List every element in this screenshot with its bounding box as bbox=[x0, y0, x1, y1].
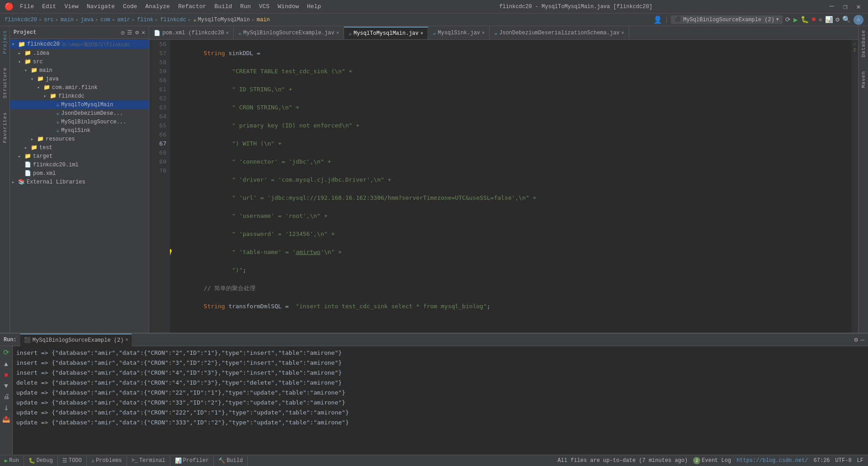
tree-item-com-amir-flink[interactable]: ▾ 📁 com.amir.flink bbox=[10, 83, 149, 92]
menu-build[interactable]: Build bbox=[211, 3, 236, 10]
editor-tabs: 📄 pom.xml (flinkcdc20 × ☕ MySqlBinlogSou… bbox=[149, 26, 858, 40]
menu-run[interactable]: Run bbox=[236, 3, 254, 10]
breadcrumb-project[interactable]: flinkcdc20 bbox=[5, 17, 37, 23]
footer-tab-run[interactable]: ▶ Run bbox=[0, 455, 24, 466]
menu-file[interactable]: File bbox=[16, 3, 38, 10]
tree-item-root[interactable]: ▾ 📁 flinkcdc20 D:\Amir项目练习\flinkcdc bbox=[10, 40, 149, 49]
breadcrumb-main[interactable]: main bbox=[61, 17, 74, 23]
bottom-minimize-icon[interactable]: — bbox=[861, 336, 864, 344]
settings-icon[interactable]: ⚙ bbox=[835, 15, 840, 24]
event-log-badge[interactable]: 2 Event Log bbox=[693, 457, 731, 464]
tab-mysql-sink[interactable]: ☕ MysqlSink.jav × bbox=[428, 27, 490, 39]
run-button[interactable]: ▶ bbox=[793, 15, 798, 24]
tree-item-flinkcdc[interactable]: ▾ 📁 flinkcdc bbox=[10, 92, 149, 100]
breadcrumb-src[interactable]: src bbox=[44, 17, 54, 23]
database-panel-icon[interactable]: Database bbox=[861, 30, 866, 57]
menu-window[interactable]: Window bbox=[274, 3, 302, 10]
menu-view[interactable]: View bbox=[61, 3, 82, 10]
sidebar-locate-icon[interactable]: ◎ bbox=[121, 29, 125, 36]
left-side-panel: Project Structure Favorites bbox=[0, 26, 10, 333]
run-config-dropdown[interactable]: ⬛ MySqlBinlogSourceExample (2) ▼ bbox=[671, 15, 783, 24]
tree-item-resources[interactable]: ▸ 📁 resources bbox=[10, 135, 149, 143]
rerun-button[interactable]: ⟳ bbox=[3, 348, 9, 357]
tree-item-mysql-sink[interactable]: ☕ MysqlSink bbox=[10, 126, 149, 135]
bulb-icon[interactable]: 💡 bbox=[170, 248, 173, 257]
structure-panel-icon[interactable]: Structure bbox=[2, 67, 8, 98]
refresh-icon[interactable]: ⟳ bbox=[785, 16, 791, 24]
gutter-check-count: 2 bbox=[851, 48, 858, 53]
maven-panel-icon[interactable]: Maven bbox=[861, 71, 866, 88]
tree-item-test[interactable]: ▸ 📁 test bbox=[10, 143, 149, 152]
run-tab-close[interactable]: × bbox=[125, 338, 128, 343]
title-bar-left: 🔴 File Edit View Navigate Code Analyze R… bbox=[5, 2, 325, 11]
console-line-8: update => {"database":"amir","data":{"CR… bbox=[16, 418, 864, 428]
profiler-button[interactable]: 📊 bbox=[825, 16, 833, 24]
menu-navigate[interactable]: Navigate bbox=[83, 3, 118, 10]
breadcrumb-method[interactable]: main bbox=[257, 17, 270, 23]
footer-tab-problems[interactable]: ⚠ Problems bbox=[87, 455, 127, 466]
footer-tab-build[interactable]: 🔨 Build bbox=[214, 455, 248, 466]
tree-item-main[interactable]: ▾ 📁 main bbox=[10, 66, 149, 75]
breadcrumb-amir[interactable]: amir bbox=[117, 17, 130, 23]
tree-item-mysql-binlog-source[interactable]: ☕ MySqlBinlogSource... bbox=[10, 118, 149, 126]
tab-mysql-binlog-source[interactable]: ☕ MySqlBinlogSourceExample.jav × bbox=[234, 27, 344, 39]
footer-tab-debug[interactable]: 🐛 Debug bbox=[24, 455, 58, 466]
project-panel-icon[interactable]: Project bbox=[2, 30, 8, 54]
project-sidebar: Project ◎ ☰ ⚙ ✕ ▾ 📁 flinkcdc20 D:\Amir项目… bbox=[10, 26, 149, 333]
tree-item-idea[interactable]: ▸ 📁 .idea bbox=[10, 49, 149, 57]
right-side-panel: Database Maven bbox=[858, 26, 868, 333]
breadcrumb-com[interactable]: com bbox=[100, 17, 110, 23]
tree-item-external-libraries[interactable]: ▸ 📚 External Libraries bbox=[10, 178, 149, 186]
breadcrumb-class[interactable]: ☕MysqlToMysqlMain bbox=[193, 16, 250, 23]
console-output[interactable]: insert => {"database":"amir","data":{"CR… bbox=[13, 346, 868, 455]
avatar-icon[interactable]: A bbox=[854, 15, 863, 25]
vcs-user-icon[interactable]: 👤 bbox=[653, 15, 662, 24]
menu-code[interactable]: Code bbox=[119, 3, 141, 10]
favorites-panel-icon[interactable]: Favorites bbox=[2, 112, 8, 143]
sidebar-gear-icon[interactable]: ⚙ bbox=[135, 29, 139, 36]
footer-tab-terminal[interactable]: >_ Terminal bbox=[127, 455, 170, 466]
code-content[interactable]: String sinkDDL = "CREATE TABLE test_cdc_… bbox=[170, 40, 851, 333]
sidebar-close-icon[interactable]: ✕ bbox=[142, 29, 145, 36]
title-bar: 🔴 File Edit View Navigate Code Analyze R… bbox=[0, 0, 868, 14]
tree-item-src[interactable]: ▾ 📁 src bbox=[10, 57, 149, 66]
close-button[interactable]: ✕ bbox=[854, 2, 863, 11]
footer: ▶ Run 🐛 Debug ☰ TODO ⚠ Problems >_ Termi… bbox=[0, 455, 868, 466]
footer-tab-profiler[interactable]: 📊 Profiler bbox=[170, 455, 214, 466]
stop-button[interactable]: ■ bbox=[812, 16, 816, 24]
breadcrumb-java[interactable]: java bbox=[80, 17, 94, 23]
breadcrumb-flinkcdc[interactable]: flinkcdc bbox=[160, 17, 186, 23]
tree-item-java[interactable]: ▾ 📁 java bbox=[10, 75, 149, 83]
menu-refactor[interactable]: Refactor bbox=[175, 3, 210, 10]
coverage-button[interactable]: ⚛ bbox=[819, 16, 822, 24]
bottom-settings-icon[interactable]: ⚙ bbox=[854, 336, 858, 344]
tree-item-target[interactable]: ▸ 📁 target bbox=[10, 152, 149, 160]
minimize-button[interactable]: — bbox=[827, 2, 837, 11]
export-button[interactable]: 📤 bbox=[2, 415, 10, 423]
tab-pom-xml[interactable]: 📄 pom.xml (flinkcdc20 × bbox=[149, 27, 234, 39]
run-tab-active[interactable]: ⬛ MySqlBinlogSourceExample (2) × bbox=[20, 334, 132, 346]
bottom-panel: Run: ⬛ MySqlBinlogSourceExample (2) × ⚙ … bbox=[0, 333, 868, 455]
menu-edit[interactable]: Edit bbox=[38, 3, 60, 10]
menu-help[interactable]: Help bbox=[303, 3, 325, 10]
print-button[interactable]: 🖨 bbox=[3, 393, 9, 400]
menu-vcs[interactable]: VCS bbox=[255, 3, 273, 10]
console-line-4: delete => {"database":"amir","data":{"CR… bbox=[16, 378, 864, 388]
maximize-button[interactable]: ❐ bbox=[840, 2, 850, 11]
tree-item-json-debezium[interactable]: ☕ JsonDebeziumDese... bbox=[10, 109, 149, 118]
breadcrumb-flink[interactable]: flink bbox=[137, 17, 153, 23]
search-icon[interactable]: 🔍 bbox=[842, 15, 851, 24]
stop-run-button[interactable]: ■ bbox=[4, 372, 8, 379]
tree-item-mysql-to-mysql-main[interactable]: ☕ MysqlToMysqlMain bbox=[10, 100, 149, 109]
sidebar-collapse-icon[interactable]: ☰ bbox=[127, 29, 132, 36]
footer-tab-todo[interactable]: ☰ TODO bbox=[58, 455, 87, 466]
tree-item-iml[interactable]: 📄 flinkcdc20.iml bbox=[10, 160, 149, 169]
tree-item-pom-xml[interactable]: 📄 pom.xml bbox=[10, 169, 149, 178]
scroll-up-button[interactable]: ▲ bbox=[4, 361, 8, 368]
scroll-to-end-button[interactable]: ⤓ bbox=[4, 404, 9, 412]
scroll-down-button[interactable]: ▼ bbox=[4, 382, 8, 390]
tab-mysql-to-mysql-main[interactable]: ☕ MysqlToMysqlMain.jav × bbox=[344, 27, 428, 39]
menu-analyze[interactable]: Analyze bbox=[142, 3, 174, 10]
tab-json-debezium[interactable]: ☕ JsonDebeziumDeserializationSchema.jav … bbox=[490, 27, 629, 39]
debug-button[interactable]: 🐛 bbox=[801, 15, 809, 24]
